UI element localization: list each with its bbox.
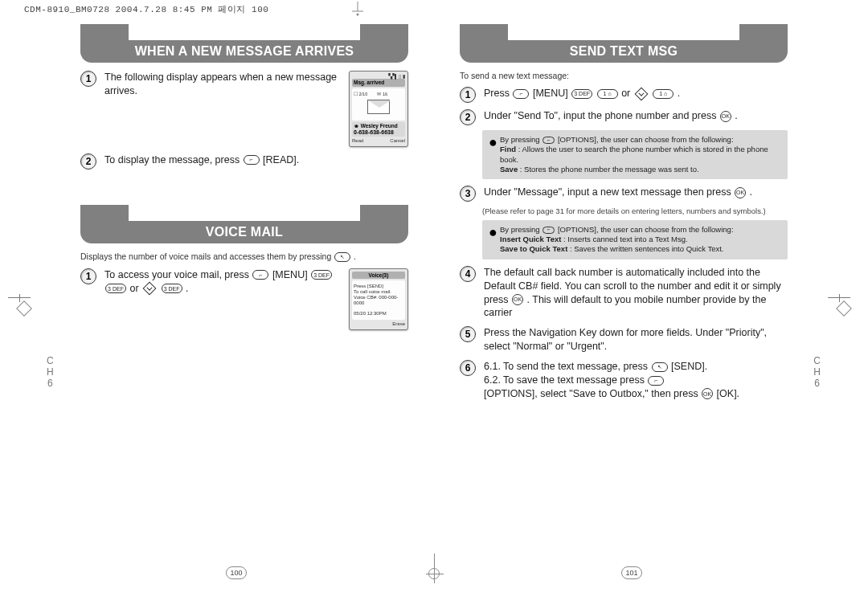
step-text: Under "Send To", input the phone number … <box>484 110 719 121</box>
crop-mark-bottom <box>428 554 440 579</box>
key-3-icon: 3 DEF <box>105 284 126 293</box>
step-number-icon: 1 <box>80 268 96 284</box>
key-label: [MENU] <box>272 268 308 282</box>
ok-key-icon: OK <box>512 294 523 305</box>
section-title: WHEN A NEW MESSAGE ARRIVES <box>129 40 360 63</box>
key-label: [READ]. <box>263 153 299 167</box>
step-number-icon: 3 <box>460 186 476 202</box>
softkey-icon: ⌐ <box>244 155 260 165</box>
envelope-icon <box>367 100 390 114</box>
crop-mark-right <box>828 297 860 314</box>
page-left: C H 6 WHEN A NEW MESSAGE ARRIVES 1 The f… <box>50 19 423 565</box>
section-intro: To send a new text message: <box>460 71 788 80</box>
key-1-icon: 1 ⌂ <box>653 89 674 99</box>
note-box-options-1: ● By pressing ⌐ [OPTIONS], the user can … <box>482 130 788 179</box>
step-3-send: 3 Under "Message", input a new text mess… <box>460 186 788 202</box>
key-label: [SEND]. <box>671 360 707 374</box>
page-spread: C H 6 WHEN A NEW MESSAGE ARRIVES 1 The f… <box>50 19 818 565</box>
step-2-send: 2 Under "Send To", input the phone numbe… <box>460 109 788 125</box>
step-text: 6.2. To save the text message press <box>484 374 647 386</box>
phone-screen-mock-voicemail: Voice(3) Press [SEND] To call voice mail… <box>349 268 408 330</box>
section-header-new-message: WHEN A NEW MESSAGE ARRIVES <box>80 24 408 63</box>
key-label: [OK]. <box>717 387 739 401</box>
chapter-tab-right: C H 6 <box>813 355 821 389</box>
key-label: [MENU] <box>533 87 568 100</box>
page-right: C H 6 SEND TEXT MSG To send a new text m… <box>445 19 818 565</box>
send-key-icon: ↖ <box>334 252 350 262</box>
section-intro: Displays the number of voice mails and a… <box>80 251 408 262</box>
chapter-tab-left: C H 6 <box>47 355 55 389</box>
step-2-new-message: 2 To display the message, press ⌐ [READ]… <box>80 153 408 170</box>
nav-down-icon <box>142 284 157 293</box>
step-6-send: 6 6.1. To send the text message, press ↖… <box>460 360 788 401</box>
bullet-icon: ● <box>489 135 500 174</box>
page-number: 101 <box>621 566 642 579</box>
ok-key-icon: OK <box>702 388 713 399</box>
bullet-icon: ● <box>489 225 500 255</box>
section-title: VOICE MAIL <box>129 221 360 243</box>
nav-down-icon <box>634 89 649 99</box>
phone-screen-mock-msg-arrived: ▝▞▌ ▯ ▮ Msg. arrived ☐ 2/10 ✉ 16 ☻ Wesle… <box>349 71 408 147</box>
step-text: Press the Navigation Key down for more f… <box>484 326 788 353</box>
softkey-icon: ⌐ <box>542 227 555 234</box>
softkey-icon: ⌐ <box>252 270 268 280</box>
softkey-icon: ⌐ <box>513 89 529 99</box>
step-1-send: 1 Press ⌐ [MENU] 3 DEF 1 ⌂ or 1 ⌂ . <box>460 87 788 103</box>
key-3-icon: 3 DEF <box>311 270 332 280</box>
print-header: CDM-8910_BM0728 2004.7.28 8:45 PM 페이지 10… <box>24 3 268 15</box>
key-1-icon: 1 ⌂ <box>597 89 618 99</box>
step-text: The following display appears when a new… <box>104 71 341 98</box>
step-number-icon: 4 <box>460 266 476 282</box>
step-number-icon: 1 <box>80 71 96 87</box>
crop-mark-top <box>346 2 370 18</box>
softkey-icon: ⌐ <box>648 376 664 386</box>
step-number-icon: 5 <box>460 326 476 342</box>
step-number-icon: 1 <box>460 87 476 103</box>
ok-key-icon: OK <box>735 187 746 198</box>
svg-point-2 <box>357 14 359 16</box>
section-header-send-text: SEND TEXT MSG <box>460 24 788 63</box>
softkey-icon: ⌐ <box>542 137 555 144</box>
step-text: Press <box>484 88 512 99</box>
step-text: To display the message, press <box>104 154 243 166</box>
send-key-icon: ↖ <box>652 362 668 372</box>
step-3-subnote: (Please refer to page 31 for more detail… <box>482 206 788 216</box>
page-number: 100 <box>226 566 247 579</box>
step-5-send: 5 Press the Navigation Key down for more… <box>460 326 788 353</box>
step-1-voice-mail: 1 To access your voice mail, press ⌐ [ME… <box>80 268 408 330</box>
step-number-icon: 2 <box>460 109 476 125</box>
section-header-voice-mail: VOICE MAIL <box>80 205 408 243</box>
section-title: SEND TEXT MSG <box>508 40 739 63</box>
step-text: To access your voice mail, press <box>104 269 252 280</box>
key-label: [OPTIONS], select "Save to Outbox," then… <box>484 387 698 401</box>
key-3-icon: 3 DEF <box>162 284 182 293</box>
key-3-icon: 3 DEF <box>571 89 592 99</box>
step-1-new-message: 1 The following display appears when a n… <box>80 71 408 147</box>
crop-mark-left <box>8 297 40 314</box>
step-number-icon: 2 <box>80 153 96 170</box>
note-box-options-2: ● By pressing ⌐ [OPTIONS], the user can … <box>482 220 788 260</box>
step-text: Under "Message", input a new text messag… <box>484 186 734 198</box>
ok-key-icon: OK <box>720 111 731 122</box>
step-4-send: 4 The default call back number is automa… <box>460 266 788 321</box>
step-number-icon: 6 <box>460 360 476 376</box>
step-text: 6.1. To send the text message, press <box>484 361 651 372</box>
